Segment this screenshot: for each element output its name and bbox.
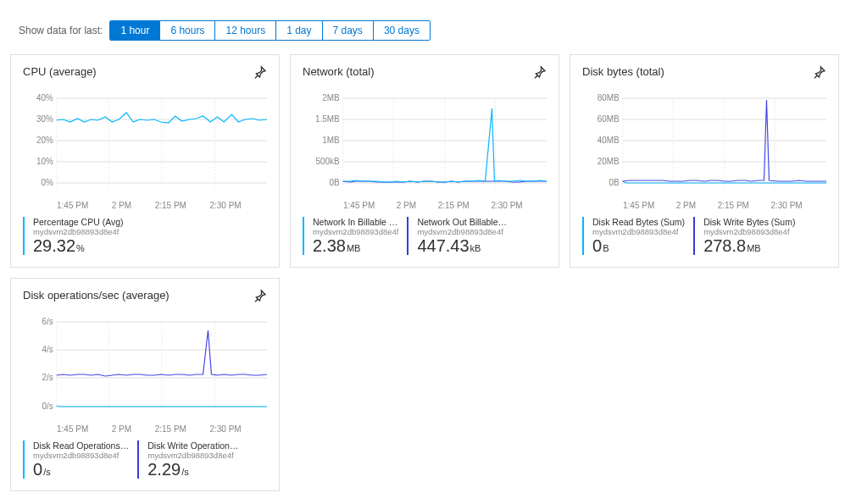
metric-sublabel: mydsvm2db98893d8e4f xyxy=(703,227,795,236)
metric-sublabel: mydsvm2db98893d8e4f xyxy=(147,451,238,460)
time-range-tabs: 1 hour 6 hours 12 hours 1 day 7 days 30 … xyxy=(109,20,431,41)
chart-disk-ops[interactable]: 6/s 4/s 2/s 0/s xyxy=(23,309,267,419)
y-tick-label: 20% xyxy=(36,136,53,145)
chart-network[interactable]: 2MB 1.5MB 1MB 500kB 0B xyxy=(303,86,547,196)
chart-cpu[interactable]: 40% 30% 20% 10% 0% xyxy=(23,86,267,196)
x-tick-label: 2:15 PM xyxy=(155,201,186,210)
time-tab-12hours[interactable]: 12 hours xyxy=(215,21,276,40)
metric-network-out: Network Out Billable… mydsvm2db98893d8e4… xyxy=(407,217,515,255)
metric-sublabel: mydsvm2db98893d8e4f xyxy=(33,227,124,236)
metric-value: 278.8MB xyxy=(703,236,795,255)
y-tick-label: 2MB xyxy=(322,93,340,102)
y-tick-label: 80MB xyxy=(598,93,620,102)
time-tab-6hours[interactable]: 6 hours xyxy=(160,21,215,40)
metric-label: Disk Write Operation… xyxy=(147,440,238,451)
y-tick-label: 2/s xyxy=(42,373,53,382)
metric-value: 29.32% xyxy=(33,236,124,255)
pin-icon[interactable] xyxy=(253,65,267,79)
metric-sublabel: mydsvm2db98893d8e4f xyxy=(417,227,507,236)
y-tick-label: 10% xyxy=(36,157,53,166)
metric-label: Percentage CPU (Avg) xyxy=(33,217,124,227)
metric-sublabel: mydsvm2db98893d8e4f xyxy=(592,227,685,236)
time-filter-label: Show data for last: xyxy=(19,25,103,36)
metric-label: Disk Write Bytes (Sum) xyxy=(703,217,795,227)
metric-label: Network Out Billable… xyxy=(417,217,507,227)
time-tab-1day[interactable]: 1 day xyxy=(276,21,322,40)
y-tick-label: 1.5MB xyxy=(315,114,340,124)
x-tick-label: 1:45 PM xyxy=(57,201,88,210)
x-tick-label: 1:45 PM xyxy=(343,201,375,210)
y-tick-label: 0B xyxy=(330,178,340,187)
time-tab-30days[interactable]: 30 days xyxy=(374,21,430,40)
metric-disk-read-ops: Disk Read Operations… mydsvm2db98893d8e4… xyxy=(23,440,137,479)
metric-cpu-percentage: Percentage CPU (Avg) mydsvm2db98893d8e4f… xyxy=(23,217,132,255)
metric-sublabel: mydsvm2db98893d8e4f xyxy=(33,451,129,460)
tile-title-disk-bytes: Disk bytes (total) xyxy=(582,65,664,78)
x-tick-label: 2:30 PM xyxy=(209,424,241,434)
series-cpu xyxy=(57,113,267,123)
tile-title-cpu: CPU (average) xyxy=(23,65,97,78)
metric-disk-write-ops: Disk Write Operation… mydsvm2db98893d8e4… xyxy=(137,440,247,479)
metric-value: 0B xyxy=(592,236,685,255)
y-tick-label: 60MB xyxy=(598,114,620,124)
tile-disk-bytes: Disk bytes (total) 80MB 60MB 40MB 20MB 0… xyxy=(570,54,839,268)
time-filter-row: Show data for last: 1 hour 6 hours 12 ho… xyxy=(19,20,846,41)
metric-label: Disk Read Operations… xyxy=(33,440,129,451)
metric-value: 2.29/s xyxy=(147,460,238,479)
x-axis: 1:45 PM 2 PM 2:15 PM 2:30 PM xyxy=(23,423,267,440)
x-axis: 1:45 PM 2 PM 2:15 PM 2:30 PM xyxy=(582,199,826,217)
x-tick-label: 2 PM xyxy=(112,201,131,210)
y-tick-label: 40% xyxy=(36,93,53,102)
series-disk-read-ops xyxy=(57,406,267,407)
x-tick-label: 1:45 PM xyxy=(623,201,654,210)
x-tick-label: 2:30 PM xyxy=(770,201,802,210)
metric-value: 447.43kB xyxy=(417,236,507,255)
time-tab-1hour[interactable]: 1 hour xyxy=(110,21,160,40)
x-tick-label: 2 PM xyxy=(112,424,131,434)
x-tick-label: 2:15 PM xyxy=(155,424,186,434)
x-tick-label: 2:15 PM xyxy=(438,201,470,210)
y-tick-label: 0/s xyxy=(42,402,53,411)
pin-icon[interactable] xyxy=(533,65,547,79)
y-tick-label: 30% xyxy=(36,114,53,124)
y-tick-label: 0B xyxy=(609,178,620,187)
metric-value: 2.38MB xyxy=(313,236,398,255)
metric-disk-read-bytes: Disk Read Bytes (Sum) mydsvm2db98893d8e4… xyxy=(582,217,693,255)
metric-value: 0/s xyxy=(33,460,129,479)
x-axis: 1:45 PM 2 PM 2:15 PM 2:30 PM xyxy=(23,199,267,217)
tile-cpu: CPU (average) 40% 30% 20% 10% 0% xyxy=(10,54,280,268)
tile-title-disk-ops: Disk operations/sec (average) xyxy=(23,289,170,302)
x-tick-label: 1:45 PM xyxy=(57,424,88,434)
metrics-tiles-grid: CPU (average) 40% 30% 20% 10% 0% xyxy=(10,54,846,491)
x-tick-label: 2 PM xyxy=(676,201,696,210)
metric-label: Network In Billable … xyxy=(313,217,398,227)
metric-network-in: Network In Billable … mydsvm2db98893d8e4… xyxy=(303,217,407,255)
y-tick-label: 0% xyxy=(41,178,53,187)
x-tick-label: 2 PM xyxy=(397,201,416,210)
tile-network: Network (total) 2MB 1.5MB 1MB 500kB 0B xyxy=(290,54,559,268)
x-tick-label: 2:30 PM xyxy=(209,201,241,210)
pin-icon[interactable] xyxy=(813,65,826,79)
x-tick-label: 2:30 PM xyxy=(491,201,522,210)
metric-label: Disk Read Bytes (Sum) xyxy=(592,217,685,227)
y-tick-label: 20MB xyxy=(598,157,620,166)
y-tick-label: 6/s xyxy=(42,317,53,326)
x-tick-label: 2:15 PM xyxy=(718,201,749,210)
time-tab-7days[interactable]: 7 days xyxy=(323,21,374,40)
metric-disk-write-bytes: Disk Write Bytes (Sum) mydsvm2db98893d8e… xyxy=(693,217,803,255)
x-axis: 1:45 PM 2 PM 2:15 PM 2:30 PM xyxy=(303,199,547,217)
y-tick-label: 1MB xyxy=(322,136,340,145)
y-tick-label: 500kB xyxy=(316,157,340,166)
y-tick-label: 4/s xyxy=(42,345,53,354)
metric-sublabel: mydsvm2db98893d8e4f xyxy=(313,227,398,236)
pin-icon[interactable] xyxy=(253,289,267,302)
chart-disk-bytes[interactable]: 80MB 60MB 40MB 20MB 0B xyxy=(582,86,826,196)
tile-disk-ops: Disk operations/sec (average) 6/s 4/s 2/… xyxy=(10,278,280,491)
tile-title-network: Network (total) xyxy=(303,65,375,78)
y-tick-label: 40MB xyxy=(598,136,620,145)
